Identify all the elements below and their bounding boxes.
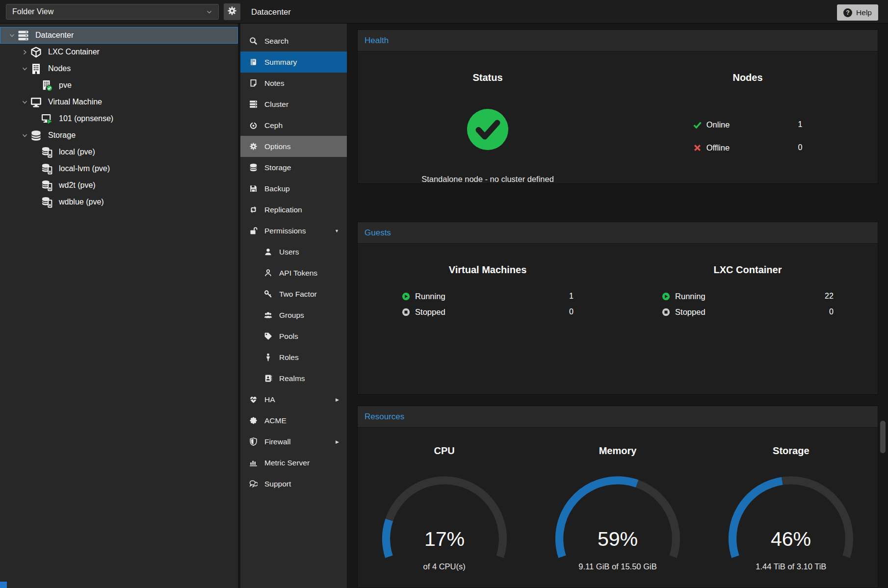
menu-item-notes[interactable]: Notes: [240, 73, 347, 94]
menu-item-ceph[interactable]: Ceph: [240, 115, 347, 136]
menu-item-permissions[interactable]: Permissions▼: [240, 220, 347, 241]
triangle-right-icon: ▶: [336, 397, 339, 402]
guest-row-value: 0: [829, 307, 834, 316]
gauge-storage: Storage46%1.44 TiB of 3.10 TiB: [705, 428, 878, 571]
gauge-arc: 46%: [727, 474, 855, 559]
menu-item-pools[interactable]: Pools: [240, 326, 347, 347]
address-book-icon: [263, 374, 273, 383]
guests-panel-title: Guests: [358, 222, 878, 244]
database-drive-icon: [41, 163, 55, 175]
menu-item-firewall[interactable]: Firewall▶: [240, 431, 347, 452]
guests-panel: Guests Virtual MachinesRunning1Stopped0L…: [357, 222, 878, 395]
ceph-icon: [249, 121, 258, 129]
monitor-icon: [30, 97, 44, 108]
guests-column-header: Virtual Machines: [358, 244, 618, 276]
guests-column-lxc-container: LXC ContainerRunning22Stopped0: [618, 244, 878, 322]
person-icon: [263, 353, 273, 361]
tree-item-wdblue-pve[interactable]: wdblue (pve): [0, 194, 238, 210]
play-circle-icon: [662, 292, 675, 301]
tree-item-lxc-container[interactable]: LXC Container: [0, 44, 238, 60]
tree-item-nodes[interactable]: Nodes: [0, 60, 238, 77]
status-column: Status Standalone node - no cluster defi…: [358, 51, 618, 184]
tree-item-datacenter[interactable]: Datacenter: [0, 27, 238, 44]
node-status-label: Offline: [706, 143, 730, 153]
unlock-icon: [249, 227, 258, 235]
chevron-down-icon[interactable]: [19, 132, 30, 139]
menu-item-storage[interactable]: Storage: [240, 157, 347, 178]
chevron-down-icon[interactable]: [6, 32, 18, 39]
guest-row-value: 1: [569, 292, 574, 301]
menu-item-two-factor[interactable]: Two Factor: [240, 283, 347, 305]
menu-item-label: API Tokens: [279, 269, 317, 278]
tree-item-pve[interactable]: pve: [0, 77, 238, 94]
play-circle-icon: [402, 292, 415, 301]
menu-item-cluster[interactable]: Cluster: [240, 94, 347, 115]
triangle-right-icon: ▶: [336, 439, 339, 444]
menu-item-label: ACME: [264, 416, 287, 425]
monitor-play-icon: [41, 113, 55, 125]
guest-row-stopped: Stopped0: [402, 306, 574, 318]
menu-item-replication[interactable]: Replication: [240, 199, 347, 220]
tree-item-label: LXC Container: [48, 48, 100, 56]
floppy-icon: [249, 184, 258, 193]
menu-item-backup[interactable]: Backup: [240, 178, 347, 199]
chevron-right-icon[interactable]: [19, 49, 30, 55]
menu-item-label: Ceph: [264, 121, 283, 130]
menu-item-label: Users: [279, 248, 299, 256]
health-panel: Health Status Standalone node - no clust…: [357, 29, 878, 184]
menu-item-search[interactable]: Search: [240, 30, 347, 51]
top-bar: Folder View Datacenter ? Help: [0, 0, 888, 24]
corner-indicator: [0, 582, 7, 588]
search-icon: [249, 37, 258, 45]
guest-row-label: Stopped: [675, 307, 705, 317]
tree-item-virtual-machine[interactable]: Virtual Machine: [0, 94, 238, 110]
content-scrollbar-thumb[interactable]: [880, 421, 886, 453]
main-content: Health Status Standalone node - no clust…: [350, 24, 888, 588]
tree-settings-button[interactable]: [224, 3, 240, 20]
menu-item-users[interactable]: Users: [240, 241, 347, 262]
tree-item-local-pve[interactable]: local (pve): [0, 144, 238, 160]
page-title: Datacenter: [251, 0, 291, 24]
database-drive-icon: [41, 147, 55, 158]
acme-icon: [249, 416, 258, 425]
menu-item-support[interactable]: Support: [240, 473, 347, 494]
replication-icon: [249, 205, 258, 214]
menu-item-label: Firewall: [264, 437, 290, 446]
menu-item-summary[interactable]: Summary: [240, 51, 347, 73]
menu-item-api-tokens[interactable]: API Tokens: [240, 262, 347, 283]
menu-item-label: Replication: [264, 205, 302, 214]
menu-item-roles[interactable]: Roles: [240, 347, 347, 368]
chevron-down-icon[interactable]: [19, 99, 30, 105]
user-outline-icon: [263, 269, 273, 277]
view-mode-select[interactable]: Folder View: [6, 4, 219, 20]
status-header: Status: [358, 51, 618, 83]
menu-item-acme[interactable]: ACME: [240, 410, 347, 431]
menu-item-ha[interactable]: HA▶: [240, 389, 347, 410]
menu-item-realms[interactable]: Realms: [240, 368, 347, 389]
guests-column-header: LXC Container: [618, 244, 878, 276]
heartbeat-icon: [249, 395, 258, 404]
tree-item-101-opnsense[interactable]: 101 (opnsense): [0, 110, 238, 127]
tree-item-label: local-lvm (pve): [59, 164, 110, 173]
menu-item-label: Notes: [264, 79, 285, 88]
resource-tree: DatacenterLXC ContainerNodespveVirtual M…: [0, 24, 238, 588]
cross-icon: [693, 144, 706, 152]
datacenter-menu: SearchSummaryNotesClusterCephOptionsStor…: [240, 24, 348, 588]
menu-item-label: Pools: [279, 332, 298, 341]
gauge-sublabel: 1.44 TiB of 3.10 TiB: [705, 562, 878, 571]
menu-item-metric-server[interactable]: Metric Server: [240, 452, 347, 473]
menu-item-label: Groups: [279, 311, 304, 320]
gauge-header: Memory: [531, 428, 704, 457]
help-button[interactable]: ? Help: [837, 4, 878, 21]
chevron-down-icon[interactable]: [19, 66, 30, 72]
tree-item-wd2t-pve[interactable]: wd2t (pve): [0, 177, 238, 194]
status-message: Standalone node - no cluster defined: [358, 175, 618, 184]
tree-item-label: local (pve): [59, 148, 95, 156]
menu-item-label: Options: [264, 142, 290, 151]
chat-icon: [249, 480, 258, 488]
users-icon: [263, 311, 273, 319]
tree-item-local-lvm-pve[interactable]: local-lvm (pve): [0, 160, 238, 177]
menu-item-options[interactable]: Options: [240, 136, 347, 157]
tree-item-storage[interactable]: Storage: [0, 127, 238, 144]
menu-item-groups[interactable]: Groups: [240, 305, 347, 326]
